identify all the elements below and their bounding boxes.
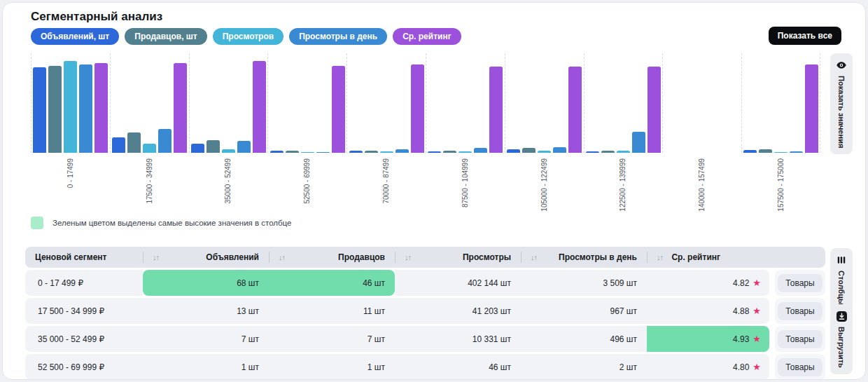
- bar-rating[interactable]: [489, 67, 503, 153]
- sort-icon[interactable]: ↓↑: [279, 253, 285, 261]
- x-axis-label: 0 - 17499: [66, 158, 74, 188]
- sort-icon[interactable]: ↓↑: [405, 253, 411, 261]
- chip-sellers[interactable]: Продавцов, шт: [125, 28, 206, 45]
- chip-views-per-day[interactable]: Просмотры в день: [289, 28, 387, 45]
- header-action-spacer: [775, 247, 825, 268]
- chart-group: 122500 - 139999: [584, 53, 663, 220]
- bar-sellers[interactable]: [443, 151, 456, 153]
- chip-ads[interactable]: Объявлений, шт: [31, 28, 119, 45]
- bar-views[interactable]: [143, 144, 156, 153]
- ads-cell: 68 шт: [237, 278, 259, 288]
- chart-group: 105000 - 122499: [505, 53, 584, 220]
- column-header-segment: Ценовой сегмент: [25, 247, 143, 268]
- bar-ads[interactable]: [507, 149, 520, 153]
- bar-sellers[interactable]: [286, 151, 299, 153]
- rating-cell: 4.82: [733, 278, 749, 288]
- show-values-label: Показать значения: [837, 76, 846, 148]
- rating-cell: 4.93: [733, 334, 749, 344]
- bar-rating[interactable]: [253, 61, 266, 153]
- sort-icon[interactable]: ↓↑: [657, 253, 663, 261]
- bar-views-per-day[interactable]: [79, 64, 92, 153]
- column-header-ads: ↓↑ Объявлений: [143, 247, 269, 268]
- products-button[interactable]: Товары: [778, 302, 822, 320]
- chip-rating[interactable]: Ср. рейтинг: [393, 28, 461, 45]
- bar-rating[interactable]: [332, 66, 345, 154]
- chart-group: 157500 - 175000: [741, 53, 820, 220]
- bar-sellers[interactable]: [759, 149, 772, 153]
- bar-ads[interactable]: [349, 151, 363, 153]
- bar-views-per-day[interactable]: [474, 148, 487, 153]
- x-axis-label: 35000 - 52499: [224, 158, 232, 204]
- bar-views-per-day[interactable]: [158, 129, 172, 153]
- views-cell: 10 331 шт: [472, 334, 511, 344]
- bar-views[interactable]: [458, 151, 472, 153]
- star-icon: ★: [752, 278, 761, 287]
- bar-sellers[interactable]: [206, 140, 220, 153]
- views-cell: 41 203 шт: [472, 306, 511, 316]
- bar-rating[interactable]: [94, 63, 108, 153]
- views-per-day-cell: 2 шт: [620, 362, 637, 372]
- segment-cell: 0 - 17 499 ₽: [38, 278, 83, 288]
- chart-group: 140000 - 157499: [662, 53, 741, 220]
- segment-analysis-card: Сегментарный анализ Объявлений, штПродав…: [2, 2, 866, 380]
- chart-group: 87500 - 104999: [426, 53, 505, 220]
- show-values-button[interactable]: Показать значения: [830, 53, 853, 154]
- bar-ads[interactable]: [270, 151, 284, 153]
- bar-views-per-day[interactable]: [237, 141, 251, 153]
- bar-views[interactable]: [64, 61, 77, 153]
- sellers-cell: 46 шт: [363, 278, 385, 288]
- columns-button-label: Столбцы: [837, 271, 846, 305]
- bar-views-per-day[interactable]: [396, 149, 409, 153]
- export-button[interactable]: Выгрузить: [830, 304, 853, 374]
- bar-views-per-day[interactable]: [632, 132, 645, 153]
- chart-group: 70000 - 87499: [346, 53, 426, 220]
- chart-plot: 0 - 1749917500 - 3499935000 - 5249952500…: [31, 53, 820, 220]
- columns-button[interactable]: Столбцы: [830, 248, 853, 311]
- bar-sellers[interactable]: [601, 151, 615, 153]
- bar-ads[interactable]: [191, 144, 204, 153]
- bar-sellers[interactable]: [522, 148, 536, 153]
- bar-views[interactable]: [538, 151, 551, 153]
- show-all-button[interactable]: Показать все: [769, 27, 841, 45]
- chart-group: 52500 - 69999: [267, 53, 346, 220]
- bar-ads[interactable]: [586, 151, 599, 153]
- bar-sellers[interactable]: [48, 66, 62, 154]
- sort-icon[interactable]: ↓↑: [153, 253, 159, 261]
- bar-ads[interactable]: [112, 137, 125, 153]
- columns-icon: [836, 254, 846, 266]
- bar-views[interactable]: [222, 149, 235, 153]
- products-button[interactable]: Товары: [778, 330, 822, 348]
- bar-views[interactable]: [774, 152, 788, 153]
- ads-cell: 7 шт: [241, 334, 259, 344]
- products-button[interactable]: Товары: [778, 274, 822, 292]
- bar-ads[interactable]: [743, 150, 757, 153]
- bar-views-per-day[interactable]: [553, 147, 566, 154]
- sort-icon[interactable]: ↓↑: [531, 253, 537, 261]
- chip-views[interactable]: Просмотров: [213, 28, 284, 45]
- bar-sellers[interactable]: [127, 132, 141, 153]
- bar-ads[interactable]: [33, 67, 46, 153]
- x-axis-label: 17500 - 34999: [146, 158, 153, 204]
- views-per-day-cell: 3 509 шт: [603, 278, 638, 288]
- bar-views[interactable]: [617, 151, 630, 153]
- table-row: 52 500 - 69 999 ₽1 шт1 шт46 шт2 шт4.80★Т…: [25, 354, 825, 380]
- x-axis-label: 122500 - 139999: [619, 158, 626, 212]
- bar-views-per-day[interactable]: [790, 151, 803, 153]
- views-per-day-cell: 496 шт: [610, 334, 637, 344]
- bar-rating[interactable]: [411, 64, 424, 153]
- bar-rating[interactable]: [174, 63, 187, 153]
- bar-views-per-day[interactable]: [316, 152, 330, 153]
- bar-rating[interactable]: [805, 64, 818, 153]
- bar-views[interactable]: [301, 152, 314, 153]
- chart-group: 0 - 17499: [31, 53, 110, 220]
- segments-table: Ценовой сегмент ↓↑ Объявлений ↓↑ Продавц…: [25, 247, 825, 380]
- bar-rating[interactable]: [568, 67, 582, 153]
- metric-chips: Объявлений, штПродавцов, штПросмотровПро…: [31, 28, 461, 45]
- bar-rating[interactable]: [648, 67, 661, 153]
- bar-sellers[interactable]: [365, 151, 378, 153]
- products-button[interactable]: Товары: [778, 358, 822, 376]
- bar-views[interactable]: [380, 151, 393, 153]
- bar-ads[interactable]: [428, 151, 441, 153]
- column-header-sellers: ↓↑ Продавцов: [269, 247, 395, 268]
- views-cell: 402 144 шт: [468, 278, 511, 288]
